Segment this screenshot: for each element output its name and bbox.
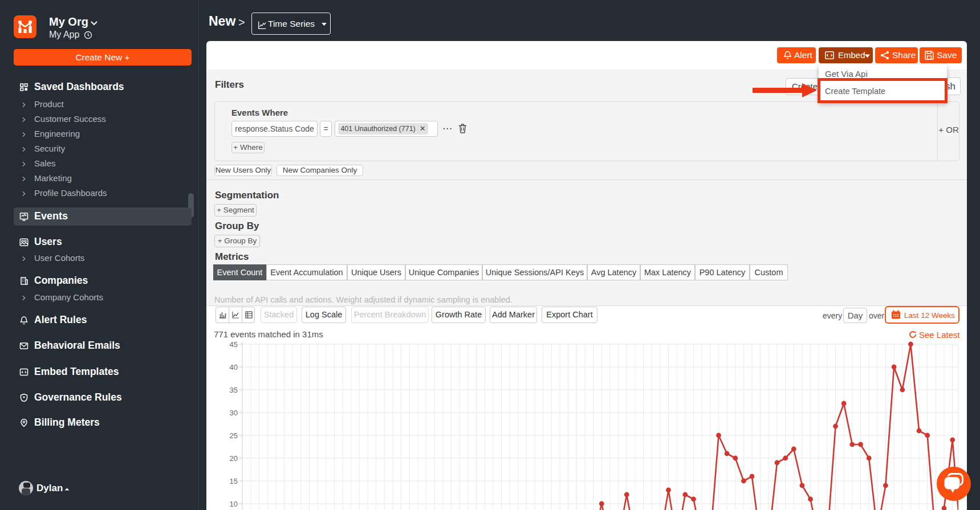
svg-text:40: 40 [230,363,238,372]
svg-text:35: 35 [230,386,238,394]
svg-text:15: 15 [230,477,238,485]
svg-text:25: 25 [230,431,238,440]
svg-text:20: 20 [230,454,238,463]
svg-text:45: 45 [230,340,238,349]
svg-text:10: 10 [230,500,238,508]
svg-text:30: 30 [230,409,238,417]
